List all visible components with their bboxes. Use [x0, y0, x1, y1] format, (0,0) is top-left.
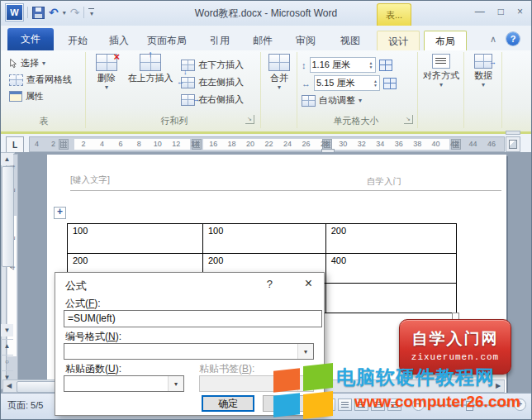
dropdown-icon: ▾ [42, 60, 45, 67]
alignment-button[interactable]: 对齐方式 ▾ [420, 50, 462, 88]
site-badge[interactable]: 自学入门网 zixuerumen.com [399, 319, 511, 375]
page-indicator[interactable]: 页面: 5/5 [7, 399, 43, 412]
outline-view-icon[interactable] [371, 399, 385, 411]
vertical-scroll-thumb[interactable] [2, 166, 14, 267]
spinner-arrows-icon[interactable]: ▲▼ [373, 79, 378, 88]
select-button[interactable]: 选择 ▾ [9, 57, 45, 69]
row-height-spinner[interactable]: 1.16 厘米 ▲▼ [310, 57, 376, 73]
tab-table-layout[interactable]: 布局 [424, 31, 467, 52]
zoom-in-icon[interactable]: + [514, 399, 526, 411]
distribute-rows-icon[interactable] [379, 60, 392, 71]
ruler-number: 40 [427, 139, 445, 150]
ruler-number: 34 [371, 139, 389, 150]
delete-button[interactable]: × 删除 ▾ [90, 50, 123, 91]
chevron-down-icon[interactable]: ▾ [168, 376, 183, 391]
data-button[interactable]: → 数据 ▾ [467, 50, 500, 88]
fullscreen-view-icon[interactable] [338, 399, 352, 411]
paste-bookmark-label: 粘贴书签(B): [199, 362, 254, 376]
properties-button[interactable]: 属性 [9, 90, 44, 103]
dialog-close-icon[interactable]: × [305, 276, 312, 291]
dropdown-icon: ▾ [105, 84, 108, 91]
horizontal-scroll-thumb[interactable] [17, 381, 58, 393]
ruler-number: 12 [167, 139, 185, 150]
col-width-field[interactable]: ↔ 5.15 厘米 ▲▼ [302, 75, 397, 91]
tab-view[interactable]: 视图 [330, 31, 371, 50]
group-label-table: 表 [26, 115, 62, 127]
paste-function-combobox[interactable]: ▾ [64, 375, 184, 392]
formula-input[interactable]: =SUM(left) [64, 310, 322, 327]
dropdown-icon: ▾ [482, 82, 485, 88]
tab-insert[interactable]: 插入 [98, 31, 140, 50]
close-button[interactable]: × [517, 6, 523, 17]
table-column-marker-icon[interactable] [59, 139, 69, 150]
table-cell[interactable] [325, 284, 456, 313]
dropdown-icon: ▾ [439, 82, 443, 88]
row-height-field[interactable]: ↕ 1.16 厘米 ▲▼ [302, 57, 392, 73]
scroll-right-icon[interactable]: ▶ [492, 380, 504, 392]
web-layout-view-icon[interactable] [354, 399, 368, 411]
tab-mailings[interactable]: 邮件 [242, 31, 283, 50]
zoom-out-icon[interactable]: − [412, 399, 425, 411]
paste-function-label: 粘贴函数(U): [65, 362, 121, 376]
table-cell[interactable]: 100 [202, 224, 325, 254]
tab-references[interactable]: 引用 [199, 31, 240, 50]
spinner-arrows-icon[interactable]: ▲▼ [369, 61, 373, 69]
scroll-left-icon[interactable]: ◀ [3, 380, 15, 392]
ok-button[interactable]: 确定 [202, 395, 254, 412]
ruler-number: 6 [112, 139, 130, 150]
zoom-slider[interactable] [430, 404, 509, 406]
scroll-down-icon[interactable]: ▼ [1, 324, 13, 336]
tab-review[interactable]: 审阅 [285, 31, 326, 50]
tab-page-layout[interactable]: 页面布局 [136, 31, 197, 50]
help-icon[interactable]: ? [506, 32, 520, 45]
select-browse-object-icon[interactable]: ○ [1, 355, 13, 369]
merge-button[interactable]: 合并 ▾ [264, 50, 295, 91]
number-format-combobox[interactable]: ▾ [64, 343, 314, 360]
insert-left-icon: ← [181, 77, 195, 88]
view-gridlines-button[interactable]: 查看网格线 [9, 74, 72, 86]
scroll-up-icon[interactable]: ▲ [1, 153, 13, 165]
tab-selector[interactable]: L [6, 136, 24, 154]
insert-above-button[interactable]: ↑ 在上方插入 [125, 50, 176, 83]
table-cell[interactable]: 400 [325, 254, 456, 284]
insert-right-icon: → [181, 94, 195, 106]
header-right-text[interactable]: 自学入门 [367, 176, 401, 188]
gridlines-icon [9, 74, 23, 86]
table-cell[interactable]: 100 [68, 224, 203, 254]
ruler-number: 36 [390, 139, 408, 150]
ruler-number: 30 [334, 139, 352, 150]
maximize-button[interactable]: □ [498, 6, 504, 17]
tab-home[interactable]: 开始 [57, 31, 98, 50]
zoom-slider-thumb[interactable] [466, 401, 473, 411]
insert-right-button[interactable]: → 在右侧插入 [181, 93, 244, 106]
table-move-handle-icon[interactable]: + [54, 207, 66, 219]
split-handle[interactable] [506, 131, 520, 135]
col-width-spinner[interactable]: 5.15 厘米 ▲▼ [314, 75, 380, 91]
draft-view-icon[interactable] [387, 399, 401, 411]
tab-table-design[interactable]: 设计 [377, 31, 420, 51]
table-row: 100 100 200 [68, 224, 457, 254]
dialog-help-icon[interactable]: ? [267, 278, 273, 290]
alignment-icon [432, 54, 450, 69]
previous-page-icon[interactable]: ▲ [1, 339, 13, 353]
ruler-number: 44 [464, 139, 482, 150]
distribute-columns-icon[interactable] [383, 78, 397, 89]
rows-columns-dialog-launcher-icon[interactable]: ↘ [245, 115, 254, 124]
insert-left-button[interactable]: ← 在左侧插入 [181, 76, 244, 88]
table-cell[interactable]: 200 [325, 224, 456, 254]
minimize-button[interactable]: — [475, 6, 485, 17]
ruler-number: 14 [186, 139, 204, 150]
insert-below-button[interactable]: ↓ 在下方插入 [181, 59, 244, 71]
ribbon: 选择 ▾ 查看网格线 属性 表 × 删除 ▾ ↑ 在上方插入 ↓ 在下方插入 ← [1, 50, 531, 134]
ruler-number: 22 [260, 139, 278, 150]
cancel-button[interactable]: 取消 [263, 395, 316, 412]
horizontal-ruler[interactable]: 4 2 246810121416182022242628303234363840… [29, 136, 505, 152]
tab-file[interactable]: 文件 [7, 28, 54, 50]
collapse-ribbon-icon[interactable]: ∧ [490, 34, 496, 45]
ruler-toggle-button[interactable] [506, 136, 520, 152]
autofit-button[interactable]: 自动调整 ▾ [302, 94, 362, 107]
cell-size-dialog-launcher-icon[interactable]: ↘ [404, 115, 413, 124]
word-window: W ↶ ▾ ↷ ▾ Word教程.docx - Microsoft Word 表… [0, 0, 532, 420]
header-placeholder-text[interactable]: [键入文字] [70, 174, 110, 186]
chevron-down-icon[interactable]: ▾ [297, 344, 313, 359]
